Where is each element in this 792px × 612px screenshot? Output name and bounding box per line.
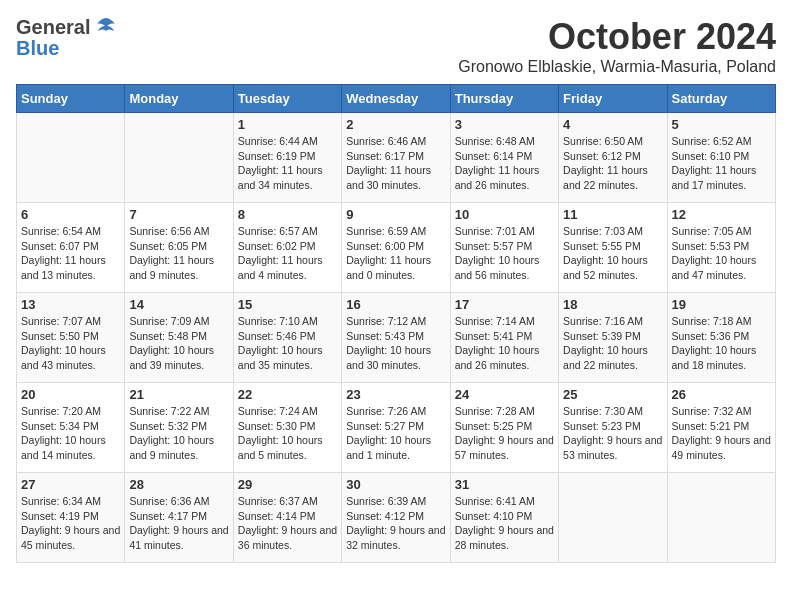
- calendar-cell: 30Sunrise: 6:39 AM Sunset: 4:12 PM Dayli…: [342, 473, 450, 563]
- day-number: 24: [455, 387, 554, 402]
- cell-content: Sunrise: 6:48 AM Sunset: 6:14 PM Dayligh…: [455, 134, 554, 193]
- day-number: 26: [672, 387, 771, 402]
- cell-content: Sunrise: 7:24 AM Sunset: 5:30 PM Dayligh…: [238, 404, 337, 463]
- calendar-cell: 17Sunrise: 7:14 AM Sunset: 5:41 PM Dayli…: [450, 293, 558, 383]
- cell-content: Sunrise: 7:28 AM Sunset: 5:25 PM Dayligh…: [455, 404, 554, 463]
- cell-content: Sunrise: 7:01 AM Sunset: 5:57 PM Dayligh…: [455, 224, 554, 283]
- cell-content: Sunrise: 7:20 AM Sunset: 5:34 PM Dayligh…: [21, 404, 120, 463]
- cell-content: Sunrise: 7:12 AM Sunset: 5:43 PM Dayligh…: [346, 314, 445, 373]
- calendar-cell: 19Sunrise: 7:18 AM Sunset: 5:36 PM Dayli…: [667, 293, 775, 383]
- calendar-cell: 26Sunrise: 7:32 AM Sunset: 5:21 PM Dayli…: [667, 383, 775, 473]
- day-number: 23: [346, 387, 445, 402]
- day-number: 3: [455, 117, 554, 132]
- cell-content: Sunrise: 6:56 AM Sunset: 6:05 PM Dayligh…: [129, 224, 228, 283]
- calendar-cell: 20Sunrise: 7:20 AM Sunset: 5:34 PM Dayli…: [17, 383, 125, 473]
- day-number: 29: [238, 477, 337, 492]
- calendar-cell: 28Sunrise: 6:36 AM Sunset: 4:17 PM Dayli…: [125, 473, 233, 563]
- cell-content: Sunrise: 6:50 AM Sunset: 6:12 PM Dayligh…: [563, 134, 662, 193]
- calendar-cell: 22Sunrise: 7:24 AM Sunset: 5:30 PM Dayli…: [233, 383, 341, 473]
- day-number: 12: [672, 207, 771, 222]
- calendar-week-row: 20Sunrise: 7:20 AM Sunset: 5:34 PM Dayli…: [17, 383, 776, 473]
- calendar-cell: 24Sunrise: 7:28 AM Sunset: 5:25 PM Dayli…: [450, 383, 558, 473]
- day-number: 21: [129, 387, 228, 402]
- day-number: 27: [21, 477, 120, 492]
- calendar-cell: [125, 113, 233, 203]
- day-number: 19: [672, 297, 771, 312]
- calendar-cell: 12Sunrise: 7:05 AM Sunset: 5:53 PM Dayli…: [667, 203, 775, 293]
- day-number: 22: [238, 387, 337, 402]
- cell-content: Sunrise: 6:59 AM Sunset: 6:00 PM Dayligh…: [346, 224, 445, 283]
- page-title: October 2024: [458, 16, 776, 58]
- cell-content: Sunrise: 6:54 AM Sunset: 6:07 PM Dayligh…: [21, 224, 120, 283]
- day-number: 7: [129, 207, 228, 222]
- cell-content: Sunrise: 7:22 AM Sunset: 5:32 PM Dayligh…: [129, 404, 228, 463]
- header-day-monday: Monday: [125, 85, 233, 113]
- day-number: 10: [455, 207, 554, 222]
- day-number: 14: [129, 297, 228, 312]
- day-number: 16: [346, 297, 445, 312]
- cell-content: Sunrise: 6:39 AM Sunset: 4:12 PM Dayligh…: [346, 494, 445, 553]
- day-number: 2: [346, 117, 445, 132]
- page-header: General Blue October 2024 Gronowo Elblas…: [16, 16, 776, 76]
- header-day-saturday: Saturday: [667, 85, 775, 113]
- logo-bird-icon: [95, 16, 117, 38]
- logo-blue-text: Blue: [16, 38, 59, 58]
- cell-content: Sunrise: 7:16 AM Sunset: 5:39 PM Dayligh…: [563, 314, 662, 373]
- calendar-cell: 23Sunrise: 7:26 AM Sunset: 5:27 PM Dayli…: [342, 383, 450, 473]
- day-number: 15: [238, 297, 337, 312]
- page-subtitle: Gronowo Elblaskie, Warmia-Masuria, Polan…: [458, 58, 776, 76]
- day-number: 8: [238, 207, 337, 222]
- header-day-sunday: Sunday: [17, 85, 125, 113]
- cell-content: Sunrise: 7:14 AM Sunset: 5:41 PM Dayligh…: [455, 314, 554, 373]
- cell-content: Sunrise: 7:03 AM Sunset: 5:55 PM Dayligh…: [563, 224, 662, 283]
- day-number: 11: [563, 207, 662, 222]
- title-area: October 2024 Gronowo Elblaskie, Warmia-M…: [458, 16, 776, 76]
- calendar-cell: 4Sunrise: 6:50 AM Sunset: 6:12 PM Daylig…: [559, 113, 667, 203]
- cell-content: Sunrise: 6:36 AM Sunset: 4:17 PM Dayligh…: [129, 494, 228, 553]
- calendar-table: SundayMondayTuesdayWednesdayThursdayFrid…: [16, 84, 776, 563]
- calendar-cell: 6Sunrise: 6:54 AM Sunset: 6:07 PM Daylig…: [17, 203, 125, 293]
- day-number: 25: [563, 387, 662, 402]
- calendar-cell: 3Sunrise: 6:48 AM Sunset: 6:14 PM Daylig…: [450, 113, 558, 203]
- calendar-header-row: SundayMondayTuesdayWednesdayThursdayFrid…: [17, 85, 776, 113]
- day-number: 5: [672, 117, 771, 132]
- cell-content: Sunrise: 6:34 AM Sunset: 4:19 PM Dayligh…: [21, 494, 120, 553]
- cell-content: Sunrise: 7:05 AM Sunset: 5:53 PM Dayligh…: [672, 224, 771, 283]
- calendar-cell: 15Sunrise: 7:10 AM Sunset: 5:46 PM Dayli…: [233, 293, 341, 383]
- calendar-cell: [559, 473, 667, 563]
- calendar-cell: 13Sunrise: 7:07 AM Sunset: 5:50 PM Dayli…: [17, 293, 125, 383]
- calendar-cell: 27Sunrise: 6:34 AM Sunset: 4:19 PM Dayli…: [17, 473, 125, 563]
- cell-content: Sunrise: 7:07 AM Sunset: 5:50 PM Dayligh…: [21, 314, 120, 373]
- calendar-cell: 5Sunrise: 6:52 AM Sunset: 6:10 PM Daylig…: [667, 113, 775, 203]
- calendar-cell: [667, 473, 775, 563]
- calendar-week-row: 6Sunrise: 6:54 AM Sunset: 6:07 PM Daylig…: [17, 203, 776, 293]
- calendar-cell: 31Sunrise: 6:41 AM Sunset: 4:10 PM Dayli…: [450, 473, 558, 563]
- header-day-tuesday: Tuesday: [233, 85, 341, 113]
- day-number: 20: [21, 387, 120, 402]
- calendar-cell: 18Sunrise: 7:16 AM Sunset: 5:39 PM Dayli…: [559, 293, 667, 383]
- header-day-wednesday: Wednesday: [342, 85, 450, 113]
- day-number: 6: [21, 207, 120, 222]
- calendar-cell: 14Sunrise: 7:09 AM Sunset: 5:48 PM Dayli…: [125, 293, 233, 383]
- header-day-thursday: Thursday: [450, 85, 558, 113]
- calendar-cell: 9Sunrise: 6:59 AM Sunset: 6:00 PM Daylig…: [342, 203, 450, 293]
- cell-content: Sunrise: 6:44 AM Sunset: 6:19 PM Dayligh…: [238, 134, 337, 193]
- cell-content: Sunrise: 6:57 AM Sunset: 6:02 PM Dayligh…: [238, 224, 337, 283]
- cell-content: Sunrise: 6:37 AM Sunset: 4:14 PM Dayligh…: [238, 494, 337, 553]
- cell-content: Sunrise: 7:09 AM Sunset: 5:48 PM Dayligh…: [129, 314, 228, 373]
- calendar-cell: 11Sunrise: 7:03 AM Sunset: 5:55 PM Dayli…: [559, 203, 667, 293]
- cell-content: Sunrise: 6:52 AM Sunset: 6:10 PM Dayligh…: [672, 134, 771, 193]
- calendar-cell: 29Sunrise: 6:37 AM Sunset: 4:14 PM Dayli…: [233, 473, 341, 563]
- header-day-friday: Friday: [559, 85, 667, 113]
- calendar-cell: [17, 113, 125, 203]
- logo-general-text: General: [16, 17, 90, 37]
- day-number: 4: [563, 117, 662, 132]
- calendar-cell: 8Sunrise: 6:57 AM Sunset: 6:02 PM Daylig…: [233, 203, 341, 293]
- day-number: 13: [21, 297, 120, 312]
- calendar-cell: 7Sunrise: 6:56 AM Sunset: 6:05 PM Daylig…: [125, 203, 233, 293]
- cell-content: Sunrise: 7:26 AM Sunset: 5:27 PM Dayligh…: [346, 404, 445, 463]
- calendar-cell: 25Sunrise: 7:30 AM Sunset: 5:23 PM Dayli…: [559, 383, 667, 473]
- calendar-week-row: 13Sunrise: 7:07 AM Sunset: 5:50 PM Dayli…: [17, 293, 776, 383]
- cell-content: Sunrise: 7:10 AM Sunset: 5:46 PM Dayligh…: [238, 314, 337, 373]
- day-number: 31: [455, 477, 554, 492]
